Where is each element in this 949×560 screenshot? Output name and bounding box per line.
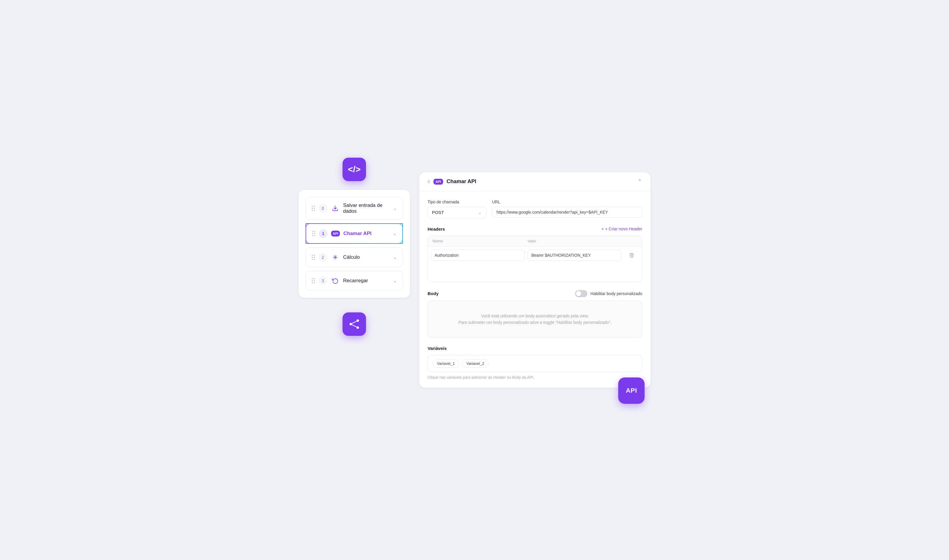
step-number-2: 2	[318, 253, 327, 262]
body-title: Body	[427, 291, 439, 296]
body-toggle[interactable]	[575, 290, 587, 297]
create-header-button[interactable]: + + Criar novo Header	[602, 226, 642, 231]
variable-tag-1[interactable]: Variavel_2	[462, 359, 488, 368]
variables-container: Variavel_1 Variavel_2	[427, 355, 642, 372]
create-header-label: + Criar novo Header	[605, 226, 642, 231]
svg-line-8	[351, 321, 358, 324]
step-0-item[interactable]: 0 Salvar entrada de dados ⌄	[306, 197, 403, 220]
variables-hint: Clique nas variáveis para adicionar ao H…	[427, 375, 642, 380]
variables-section-header: Variáveis	[427, 346, 642, 351]
chevron-0-icon: ⌄	[393, 205, 397, 211]
step-number-3: 3	[318, 276, 327, 285]
header-left: 0 API Chamar API	[427, 178, 476, 185]
step-3-item[interactable]: 3 Recarregar ⌄	[306, 271, 403, 291]
drag-handle-0	[312, 206, 315, 211]
header-nome-input-0[interactable]	[431, 250, 525, 261]
col-nome-label: Nome	[432, 239, 528, 243]
headers-section-header: Headers + + Criar novo Header	[427, 226, 642, 231]
step-2-item[interactable]: 2 Cálculo ⌄	[306, 247, 403, 267]
body-header: Body Habilitar body personalizado	[427, 290, 642, 297]
body-content-area: Você está utilizando um body automático …	[427, 301, 642, 338]
chevron-3-icon: ⌄	[393, 278, 397, 283]
body-placeholder-1: Você está utilizando um body automático …	[434, 313, 636, 319]
code-icon: </>	[348, 165, 360, 174]
step-2-label: Cálculo	[343, 254, 389, 260]
tipo-select[interactable]: POST ⌄	[427, 206, 486, 218]
headers-col-header: Nome Valor	[428, 236, 642, 246]
url-label: URL	[492, 200, 642, 204]
tipo-chevron-icon: ⌄	[478, 210, 482, 215]
collapse-icon[interactable]: ⌃	[637, 178, 642, 185]
header-title: Chamar API	[447, 178, 476, 185]
chevron-2-icon: ⌄	[393, 254, 397, 260]
toggle-label: Habilitar body personalizado	[590, 291, 642, 296]
step-1-item[interactable]: 1 API Chamar API ⌄	[306, 223, 403, 244]
reload-icon	[331, 276, 339, 285]
toggle-container: Habilitar body personalizado	[575, 290, 642, 297]
header-row-0	[428, 246, 642, 264]
top-code-badge: </>	[343, 158, 366, 181]
col-valor-label: Valor	[528, 239, 623, 243]
plus-icon: +	[602, 226, 604, 231]
header-api-badge: API	[434, 179, 443, 185]
body-placeholder-2: Para submeter um body personalizado ativ…	[434, 319, 636, 326]
bottom-workflow-badge	[343, 312, 366, 336]
svg-line-9	[351, 324, 358, 328]
download-icon	[331, 204, 339, 213]
api-icon-step: API	[331, 229, 340, 238]
headers-title: Headers	[427, 226, 445, 231]
bottom-right-api-badge: API	[618, 377, 645, 404]
drag-handle-1	[312, 231, 315, 236]
chevron-1-icon: ⌄	[393, 231, 397, 236]
api-config-panel: 0 API Chamar API ⌃ Tipo de chamada POST …	[420, 172, 650, 388]
right-panel-header: 0 API Chamar API ⌃	[420, 172, 650, 191]
headers-empty-row	[428, 264, 642, 282]
variable-tag-0[interactable]: Variavel_1	[432, 359, 459, 368]
bottom-api-label: API	[626, 387, 637, 394]
tipo-value: POST	[432, 210, 444, 215]
body-section: Body Habilitar body personalizado Você e…	[427, 290, 642, 338]
delete-header-0-button[interactable]	[624, 251, 639, 260]
headers-table: Nome Valor	[427, 235, 642, 282]
url-input[interactable]	[492, 206, 642, 218]
step-1-label: Chamar API	[343, 231, 389, 237]
step-number-0: 0	[318, 204, 327, 213]
tipo-url-row: Tipo de chamada POST ⌄ URL	[427, 200, 642, 218]
tipo-group: Tipo de chamada POST ⌄	[427, 200, 486, 218]
step-0-label: Salvar entrada de dados	[343, 203, 389, 214]
step-number-1: 1	[319, 229, 327, 238]
url-group: URL	[492, 200, 642, 218]
drag-handle-2	[312, 255, 315, 260]
step-3-label: Recarregar	[343, 278, 389, 284]
variables-section: Variáveis Variavel_1 Variavel_2 Clique n…	[427, 346, 642, 380]
steps-panel: 0 Salvar entrada de dados ⌄	[299, 190, 410, 298]
drag-handle-3	[312, 278, 315, 283]
right-panel-content: Tipo de chamada POST ⌄ URL Headers	[420, 191, 650, 388]
header-step-num: 0	[427, 179, 430, 184]
tipo-label: Tipo de chamada	[427, 200, 486, 204]
variables-title: Variáveis	[427, 346, 447, 351]
calc-icon	[331, 253, 339, 262]
header-valor-input-0[interactable]	[528, 250, 622, 261]
